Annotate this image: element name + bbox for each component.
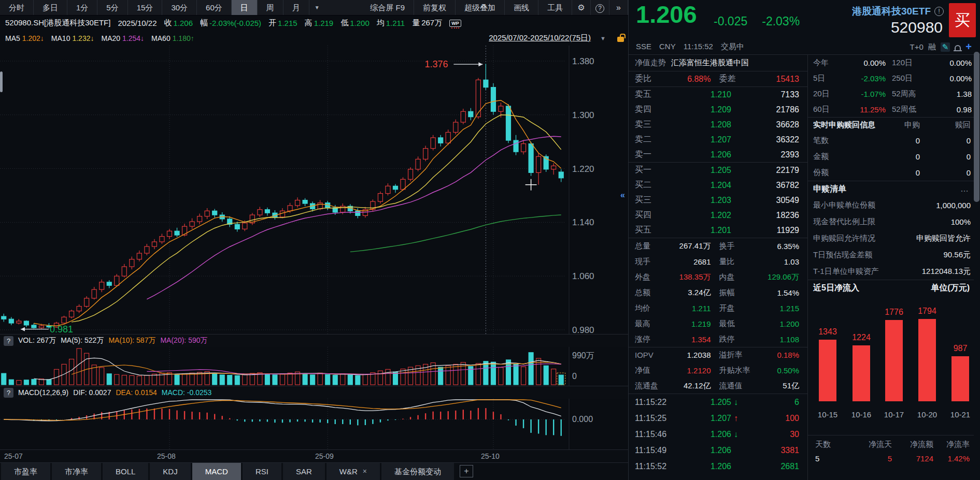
info-field-value: 1.211	[386, 19, 405, 27]
stat-label: 流通值	[718, 381, 750, 391]
help-glyph: ?	[595, 4, 604, 13]
bid-price: 1.201	[665, 226, 731, 235]
stat-value: 1.2120	[661, 366, 718, 375]
stat-row: 净值1.2120升贴水率0.50%	[629, 362, 807, 378]
help-icon[interactable]: ?	[591, 0, 609, 15]
subscription-rows: 笔数00金额00份额00	[808, 133, 974, 181]
period-tab-30分[interactable]: 30分	[162, 0, 197, 15]
tool-tab[interactable]: 综合屏 F9	[361, 0, 414, 15]
stat-label: 总量	[629, 241, 661, 251]
period-tab-1分[interactable]: 1分	[67, 0, 97, 15]
period-tab-5分[interactable]: 5分	[97, 0, 127, 15]
nav-value-row[interactable]: 净值走势 汇添富恒生港股通中国	[629, 55, 807, 71]
stat-label: 溢折率	[718, 350, 750, 360]
bid-row[interactable]: 买一1.20522179	[629, 163, 807, 178]
stat-right: 溢折率0.18%	[718, 350, 808, 360]
trading-status: 交易中	[721, 42, 744, 52]
wp-monitor-icon[interactable]: WP	[449, 20, 461, 27]
indicator-tab-市净率[interactable]: 市净率	[52, 463, 101, 480]
stat-value: 1.03	[750, 257, 808, 266]
period-tab-15分[interactable]: 15分	[128, 0, 163, 15]
ask-volume: 7133	[731, 90, 807, 99]
info-field-label: 高	[305, 18, 313, 28]
period-tab-分时[interactable]: 分时	[0, 0, 34, 15]
ask-row[interactable]: 卖二1.20736322	[629, 132, 807, 147]
redemption-list-header[interactable]: 申赎清单 …	[808, 181, 974, 197]
stat-value: 267.41万	[661, 241, 718, 251]
add-indicator-button[interactable]: +	[460, 465, 473, 477]
edit-pencil-icon[interactable]: ✎	[941, 42, 950, 52]
period-tab-60分[interactable]: 60分	[197, 0, 232, 15]
stat-right: 量比1.03	[718, 257, 808, 267]
x-axis-label: 25-08	[157, 452, 176, 460]
bid-row[interactable]: 买四1.20218236	[629, 208, 807, 223]
close-tab-icon[interactable]: ×	[363, 463, 367, 480]
ma-indicator-bar: MA51.202↓MA101.232↓MA201.254↓MA601.180↑ …	[0, 31, 628, 46]
indicator-tab-BOLL[interactable]: BOLL	[103, 463, 148, 480]
range-caret-icon[interactable]: ▼	[600, 35, 606, 41]
ask-row[interactable]: 卖一1.2062393	[629, 147, 807, 162]
macd-help-icon[interactable]: ?	[4, 388, 13, 398]
volume-chart[interactable]: 990万0	[0, 347, 628, 386]
inflow-bar-date: 10-20	[911, 410, 944, 419]
date-range-selector[interactable]: 2025/07/02-2025/10/22(75日)	[489, 33, 591, 43]
ask-row[interactable]: 卖三1.20836628	[629, 117, 807, 132]
panel-collapse-icon[interactable]: «	[620, 191, 625, 200]
add-watchlist-icon[interactable]: +	[965, 41, 972, 53]
tick-time: 11:15:52	[629, 462, 681, 471]
period-tab-周[interactable]: 周	[258, 0, 283, 15]
price-change: -0.025 -2.03%	[714, 14, 800, 28]
buy-button[interactable]: 买	[949, 3, 976, 37]
indicator-tab-MACD[interactable]: MACD	[192, 463, 241, 480]
stat-value: 129.06万	[750, 272, 808, 282]
indicator-tab-label: RSI	[255, 463, 268, 480]
settings-gear-icon[interactable]: ⚙	[572, 0, 591, 15]
indicator-tab-SAR[interactable]: SAR	[283, 463, 325, 480]
svg-text:1.140: 1.140	[572, 217, 594, 227]
tool-tab[interactable]: 前复权	[414, 0, 456, 15]
period-tab-日[interactable]: 日	[232, 0, 258, 15]
indicator-tab-市盈率[interactable]: 市盈率	[1, 463, 50, 480]
inflow-bar-value: 1776	[877, 308, 911, 317]
unlock-icon[interactable]	[617, 37, 624, 42]
period-tab-多日[interactable]: 多日	[34, 0, 67, 15]
ask-price: 1.208	[665, 120, 731, 129]
flow-value: 5	[844, 454, 892, 463]
period-tab-月[interactable]: 月	[283, 0, 309, 15]
bid-row[interactable]: 买五1.20111929	[629, 223, 807, 238]
periods-collapse-icon[interactable]: ▼	[309, 0, 325, 15]
indicator-tab-label: BOLL	[116, 463, 135, 480]
info-circle-icon[interactable]: !	[934, 7, 944, 16]
inflow-bar-date: 10-15	[811, 410, 844, 419]
indicator-tab-RSI[interactable]: RSI	[243, 463, 281, 480]
main-candlestick-chart[interactable]: 1.3801.3001.2201.1401.0600.9801.3760.981	[0, 46, 628, 334]
macd-chart[interactable]: 0.000	[0, 399, 628, 449]
net-inflow-bar-chart: 134310-15122410-16177610-17179410-209871…	[808, 296, 974, 435]
tool-tab[interactable]: 超级叠加	[456, 0, 505, 15]
info-field-value: 1.200	[350, 19, 370, 27]
alert-bell-icon[interactable]	[955, 45, 961, 50]
panel-scrollbar[interactable]	[974, 52, 979, 202]
return-right: 52周高1.38	[891, 89, 974, 99]
ask-row[interactable]: 卖五1.2107133	[629, 87, 807, 102]
redeem-col-label: 赎回	[920, 120, 974, 130]
left-scrollbar-nub[interactable]	[0, 71, 3, 92]
tool-tab[interactable]: 画线	[505, 0, 538, 15]
indicator-tab-基金份额变动[interactable]: 基金份额变动	[381, 463, 454, 480]
bid-row[interactable]: 买二1.20436782	[629, 178, 807, 193]
more-tools-icon[interactable]: »	[609, 0, 628, 15]
indicator-tab-KDJ[interactable]: KDJ	[150, 463, 190, 480]
return-right: 52周低0.98	[891, 105, 974, 114]
redemption-rows: 最小申赎单位份额1,000,000现金替代比例上限100%申购赎回允许情况申购赎…	[808, 197, 974, 280]
volume-help-icon[interactable]: ?	[4, 336, 13, 346]
tool-tab[interactable]: 工具	[538, 0, 572, 15]
more-dots-icon[interactable]: …	[960, 184, 969, 194]
indicator-tab-W&R[interactable]: W&R×	[326, 463, 380, 480]
bid-price: 1.203	[665, 196, 731, 205]
ask-row[interactable]: 卖四1.20921786	[629, 102, 807, 117]
stat-row: 现手2681量比1.03	[629, 254, 807, 269]
bid-row[interactable]: 买三1.20330549	[629, 193, 807, 208]
indicator-tab-label: 市盈率	[14, 463, 37, 480]
net-inflow-unit: 单位(万元)	[931, 283, 970, 294]
margin-badge: 融	[928, 42, 936, 52]
